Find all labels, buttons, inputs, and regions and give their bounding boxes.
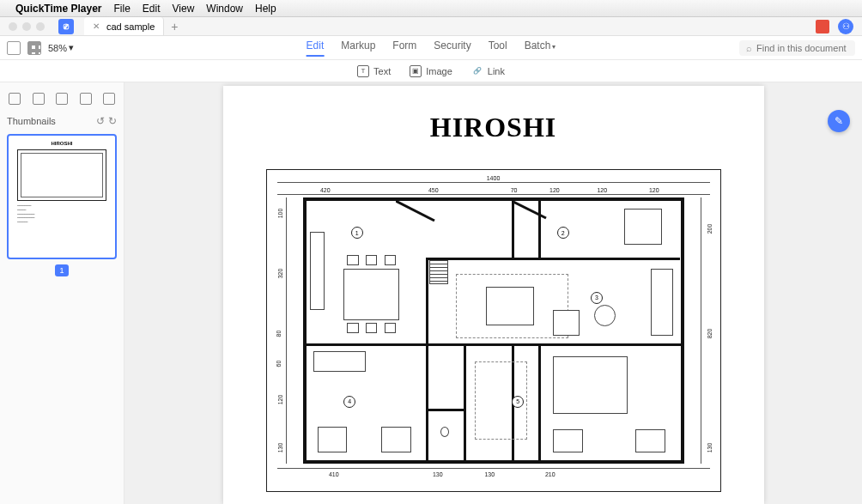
zoom-control[interactable]: 58% ▾ xyxy=(48,42,74,53)
tab-batch[interactable]: Batch▾ xyxy=(525,39,556,57)
thumbnails-icon[interactable] xyxy=(9,93,21,105)
link-icon: 🔗 xyxy=(471,65,483,77)
shower-area xyxy=(475,361,527,440)
document-canvas[interactable]: HIROSHI 1400 420 450 70 120 120 120 xyxy=(124,82,862,504)
svg-line-1 xyxy=(512,201,546,218)
dim-left-3: 60 xyxy=(276,361,282,367)
tab-title: cad sample xyxy=(106,21,155,32)
tab-security[interactable]: Security xyxy=(434,39,470,57)
room-label-2: 2 xyxy=(557,227,569,239)
thumbnail-floorplan xyxy=(17,149,106,201)
link-tool[interactable]: 🔗 Link xyxy=(471,65,505,77)
sidebar: Thumbnails ↺ ↻ HIROSHI ━━━━━━━━━━━━━━━━━… xyxy=(0,82,124,504)
traffic-lights xyxy=(0,22,53,31)
search-icon: ⌕ xyxy=(746,43,752,53)
page-thumbnail[interactable]: HIROSHI ━━━━━━━━━━━━━━━━━━━━━━━━━━━━━━━━… xyxy=(7,134,117,259)
dim-top-4: 120 xyxy=(597,187,607,193)
tab-markup[interactable]: Markup xyxy=(341,39,375,57)
close-tab-icon[interactable]: ✕ xyxy=(93,21,100,31)
mac-menubar: QuickTime Player File Edit View Window H… xyxy=(0,0,862,17)
dim-bottom-3: 210 xyxy=(545,471,555,477)
dim-top-5: 120 xyxy=(649,187,659,193)
attachment-icon[interactable] xyxy=(103,93,115,105)
dim-left-2: 80 xyxy=(276,331,282,337)
angled-wall xyxy=(512,199,555,225)
chevron-down-icon: ▾ xyxy=(69,42,74,53)
main-area: Thumbnails ↺ ↻ HIROSHI ━━━━━━━━━━━━━━━━━… xyxy=(0,82,862,504)
chevron-down-icon: ▾ xyxy=(552,43,555,51)
room-label-4: 4 xyxy=(343,396,355,408)
sofa-room3 xyxy=(553,310,580,336)
nightstand-right xyxy=(635,429,665,452)
minimize-window-button[interactable] xyxy=(22,22,31,31)
text-tool[interactable]: T Text xyxy=(357,65,391,77)
tab-edit[interactable]: Edit xyxy=(307,39,325,57)
bed-room6 xyxy=(553,356,628,413)
document-page: HIROSHI 1400 420 450 70 120 120 120 xyxy=(223,86,764,504)
sofa-room4 xyxy=(313,351,366,372)
svg-line-0 xyxy=(396,201,434,221)
floorplan: 1 2 3 4 5 6 xyxy=(303,197,684,464)
menu-view[interactable]: View xyxy=(173,3,195,15)
rotate-ccw-icon[interactable]: ↺ xyxy=(96,115,105,127)
menu-edit[interactable]: Edit xyxy=(143,3,161,15)
user-avatar-icon[interactable]: ⚇ xyxy=(838,19,853,34)
dim-bottom-0: 410 xyxy=(329,471,339,477)
search-input[interactable] xyxy=(756,43,848,53)
page-number-badge: 1 xyxy=(55,264,69,276)
image-tool[interactable]: ▣ Image xyxy=(410,65,452,77)
view-grid-icon[interactable] xyxy=(27,41,41,55)
sofa-left xyxy=(310,232,325,310)
dim-left-4: 120 xyxy=(277,395,283,405)
wardrobe xyxy=(651,269,673,337)
rotate-cw-icon[interactable]: ↻ xyxy=(108,115,117,127)
door-swing xyxy=(396,199,447,225)
thumbnail-text: ━━━━━━━━━━━━━━━━━━━━━━━━━━━━━━━━━━━━━━━ xyxy=(17,204,106,225)
dim-left-5: 130 xyxy=(277,443,283,453)
main-toolbar: 58% ▾ Edit Markup Form Security Tool Bat… xyxy=(0,36,862,60)
floorplan-frame: 1400 420 450 70 120 120 120 xyxy=(266,169,721,492)
bookmark-icon[interactable] xyxy=(56,93,68,105)
text-icon: T xyxy=(357,65,369,77)
floating-action-button[interactable]: ✎ xyxy=(828,110,850,132)
document-tab[interactable]: ✕ cad sample xyxy=(84,17,164,35)
dim-right-1: 820 xyxy=(707,329,713,339)
titlebar: ⎚ ✕ cad sample + ⚇ xyxy=(0,17,862,36)
app-icon: ⎚ xyxy=(58,19,74,34)
room-label-1: 1 xyxy=(351,227,363,239)
dim-left-0: 100 xyxy=(277,209,283,219)
room-label-3: 3 xyxy=(591,292,603,304)
tab-form[interactable]: Form xyxy=(392,39,416,57)
close-window-button[interactable] xyxy=(9,22,17,31)
search-box[interactable]: ⌕ xyxy=(739,40,855,56)
dim-top-1: 450 xyxy=(428,187,439,193)
dim-right-0: 200 xyxy=(707,223,713,234)
layers-icon[interactable] xyxy=(33,93,45,105)
app-name[interactable]: QuickTime Player xyxy=(15,3,102,15)
menu-window[interactable]: Window xyxy=(206,3,243,15)
menu-file[interactable]: File xyxy=(114,3,131,15)
dim-left-1: 320 xyxy=(277,269,283,279)
dim-bottom-2: 130 xyxy=(484,471,495,477)
wondershare-icon: ✎ xyxy=(835,115,843,127)
chair-room4b xyxy=(381,427,411,452)
document-title: HIROSHI xyxy=(240,112,747,143)
round-table xyxy=(594,305,616,326)
dim-right-2: 130 xyxy=(707,443,713,453)
list-icon[interactable] xyxy=(80,93,92,105)
dim-top-2: 70 xyxy=(511,187,518,193)
table-room1 xyxy=(343,269,399,320)
sidebar-toggle-icon[interactable] xyxy=(7,41,21,55)
shopping-icon[interactable] xyxy=(816,20,829,33)
new-tab-button[interactable]: + xyxy=(171,20,178,33)
nightstand-left xyxy=(553,429,583,452)
bed-room2 xyxy=(624,209,662,245)
maximize-window-button[interactable] xyxy=(36,22,45,31)
tab-tool[interactable]: Tool xyxy=(489,39,507,57)
dim-top-total: 1400 xyxy=(487,175,501,181)
menu-help[interactable]: Help xyxy=(255,3,276,15)
sidebar-title: Thumbnails xyxy=(7,116,56,126)
dim-bottom-1: 130 xyxy=(433,471,443,477)
toilet xyxy=(440,427,449,437)
stairs xyxy=(429,260,448,284)
